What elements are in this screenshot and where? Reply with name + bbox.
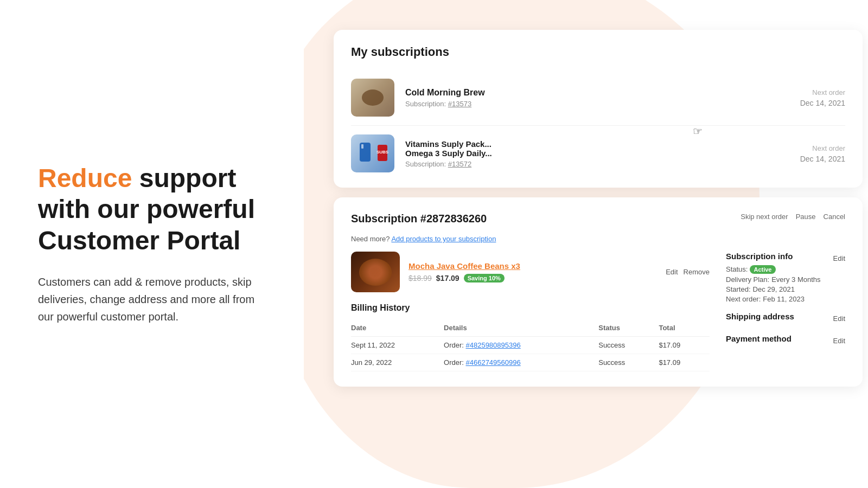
remove-product-link[interactable]: Remove (684, 268, 710, 276)
vitamins-id: Subscription: #13572 (405, 160, 789, 168)
product-name-link[interactable]: Mocha Java Coffee Beans x3 (409, 261, 657, 271)
skip-next-order-link[interactable]: Skip next order (741, 213, 788, 221)
payment-edit-link[interactable]: Edit (833, 337, 845, 345)
cursor-icon: ☞ (693, 125, 703, 138)
hero-highlight: Reduce (38, 164, 132, 192)
product-pricing: $18.99 $17.09 Saving 10% (409, 274, 657, 282)
product-actions: Edit Remove (666, 268, 710, 276)
cold-morning-brew-id: Subscription: #13573 (405, 100, 789, 108)
detail-actions: Skip next order Pause Cancel (741, 213, 845, 221)
vitamins-next-order: Next order Dec 14, 2021 (800, 144, 845, 163)
cold-morning-brew-image (351, 79, 394, 117)
sub-info-title: Subscription info (726, 252, 793, 261)
shipping-header: Shipping address Edit (726, 312, 845, 325)
billing-table: Date Details Status Total Sept 11, 2022 … (351, 320, 710, 371)
billing-col-details: Details (444, 320, 598, 337)
billing-col-date: Date (351, 320, 444, 337)
billing-details-2: Order: #4662749560996 (444, 354, 598, 371)
price-original: $18.99 (409, 274, 432, 282)
billing-total-2: $17.09 (659, 354, 710, 371)
sub-started-row: Started: Dec 29, 2021 (726, 285, 845, 293)
payment-header: Payment method Edit (726, 334, 845, 348)
detail-body: Mocha Java Coffee Beans x3 $18.99 $17.09… (351, 252, 845, 371)
product-info: Mocha Java Coffee Beans x3 $18.99 $17.09… (409, 261, 657, 282)
cards-container: My subscriptions ☞ Cold Morning Brew Sub… (334, 30, 863, 387)
sub-status-row: Status: Active (726, 265, 845, 274)
cancel-link[interactable]: Cancel (824, 213, 845, 221)
saving-badge: Saving 10% (464, 274, 505, 282)
payment-title: Payment method (726, 334, 792, 343)
billing-col-status: Status (598, 320, 659, 337)
svg-text:SUBS: SUBS (376, 150, 388, 155)
detail-title: Subscription #2872836260 (351, 213, 487, 225)
vitamins-id-link[interactable]: #13572 (448, 160, 471, 168)
product-image (351, 252, 400, 292)
detail-right: Subscription info Edit Status: Active De… (726, 252, 845, 371)
hero-subtitle: Customers can add & remove products, ski… (38, 273, 266, 325)
shipping-edit-link[interactable]: Edit (833, 314, 845, 323)
subscription-item-2[interactable]: SUBS Vitamins Suply Pack... Omega 3 Supl… (351, 126, 845, 172)
edit-product-link[interactable]: Edit (666, 268, 678, 276)
price-current: $17.09 (436, 274, 459, 282)
sub-info-edit-link[interactable]: Edit (833, 254, 845, 262)
shipping-address-section: Shipping address Edit (726, 312, 845, 325)
detail-left: Mocha Java Coffee Beans x3 $18.99 $17.09… (351, 252, 710, 371)
right-panel: My subscriptions ☞ Cold Morning Brew Sub… (304, 0, 868, 488)
billing-col-total: Total (659, 320, 710, 337)
cold-morning-brew-next-order: Next order Dec 14, 2021 (800, 88, 845, 107)
product-row: Mocha Java Coffee Beans x3 $18.99 $17.09… (351, 252, 710, 292)
billing-order-link-2[interactable]: #4662749560996 (465, 358, 520, 367)
svg-rect-1 (361, 144, 363, 149)
payment-method-section: Payment method Edit (726, 334, 845, 348)
pause-link[interactable]: Pause (796, 213, 816, 221)
billing-row-2: Jun 29, 2022 Order: #4662749560996 Succe… (351, 354, 710, 371)
vitamins-info: Vitamins Suply Pack... Omega 3 Suply Dai… (405, 139, 789, 168)
billing-status-1: Success (598, 337, 659, 354)
detail-header: Subscription #2872836260 Skip next order… (351, 213, 845, 225)
billing-total-1: $17.09 (659, 337, 710, 354)
add-products-link[interactable]: Add products to your subscription (391, 235, 496, 243)
billing-details-1: Order: #4825980895396 (444, 337, 598, 354)
vitamins-image: SUBS (351, 134, 394, 172)
subscription-info-section: Subscription info Edit Status: Active De… (726, 252, 845, 303)
subscriptions-title: My subscriptions (351, 45, 845, 59)
status-active-badge: Active (750, 265, 775, 274)
cold-morning-brew-name: Cold Morning Brew (405, 88, 789, 98)
cold-morning-brew-id-link[interactable]: #13573 (448, 100, 471, 108)
billing-date-1: Sept 11, 2022 (351, 337, 444, 354)
billing-order-link-1[interactable]: #4825980895396 (465, 341, 520, 349)
subscriptions-card: My subscriptions ☞ Cold Morning Brew Sub… (334, 30, 863, 188)
billing-status-2: Success (598, 354, 659, 371)
add-products-line: Need more? Add products to your subscrip… (351, 235, 845, 243)
shipping-title: Shipping address (726, 312, 794, 321)
cold-morning-brew-info: Cold Morning Brew Subscription: #13573 (405, 88, 789, 108)
left-panel: Reduce supportwith our powerfulCustomer … (0, 0, 304, 488)
sub-next-order-row: Next order: Feb 11, 2023 (726, 295, 845, 303)
detail-card: Subscription #2872836260 Skip next order… (334, 197, 863, 387)
hero-title: Reduce supportwith our powerfulCustomer … (38, 163, 266, 256)
sub-delivery-row: Delivery Plan: Every 3 Months (726, 275, 845, 284)
billing-title: Billing History (351, 303, 710, 313)
billing-date-2: Jun 29, 2022 (351, 354, 444, 371)
sub-info-header: Subscription info Edit (726, 252, 845, 265)
subscription-item-1[interactable]: Cold Morning Brew Subscription: #13573 N… (351, 70, 845, 126)
billing-row-1: Sept 11, 2022 Order: #4825980895396 Succ… (351, 337, 710, 354)
